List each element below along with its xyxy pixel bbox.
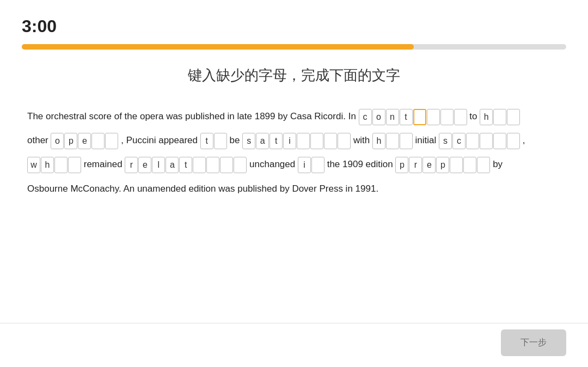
letter-e4[interactable]: e: [422, 157, 436, 173]
word-opera: o p e: [51, 133, 118, 149]
text-comma: ,: [523, 135, 525, 145]
letter-p2[interactable]: p: [395, 157, 408, 173]
letter-a[interactable]: a: [256, 133, 269, 149]
text-other: other: [27, 135, 51, 145]
progress-bar-fill: [22, 44, 414, 50]
word-which: w h: [27, 157, 81, 173]
letter-s[interactable]: s: [242, 133, 255, 149]
letter-n[interactable]: n: [386, 109, 399, 125]
letter-blank5[interactable]: [493, 109, 506, 125]
letter-blank10[interactable]: [297, 133, 310, 149]
text-to: to: [469, 111, 480, 121]
letter-blank24[interactable]: [220, 157, 233, 173]
word-relat: r e l a t: [125, 157, 247, 173]
word-to: t: [200, 133, 227, 149]
letter-a2[interactable]: a: [166, 157, 179, 173]
word-his2: h: [372, 133, 413, 149]
next-button[interactable]: 下一步: [501, 329, 566, 356]
progress-bar-background: [22, 44, 566, 50]
letter-blank21[interactable]: [68, 157, 81, 173]
letter-t[interactable]: t: [400, 109, 413, 125]
footer: 下一步: [501, 329, 566, 356]
letter-h1[interactable]: h: [480, 109, 493, 125]
letter-blank-active[interactable]: [413, 109, 426, 125]
letter-blank29[interactable]: [477, 157, 490, 173]
letter-c2[interactable]: c: [452, 133, 465, 149]
letter-e2[interactable]: e: [78, 133, 91, 149]
word-his: h: [480, 109, 520, 125]
word-score: s c: [439, 133, 520, 149]
text-be: be: [230, 135, 243, 145]
letter-blank15[interactable]: [400, 133, 413, 149]
letter-r2[interactable]: r: [409, 157, 422, 173]
letter-blank9[interactable]: [214, 133, 227, 149]
letter-t3[interactable]: t: [270, 133, 283, 149]
letter-r[interactable]: r: [125, 157, 138, 173]
timer-display: 3:00: [22, 16, 566, 36]
letter-s2[interactable]: s: [439, 133, 452, 149]
letter-blank13[interactable]: [338, 133, 351, 149]
letter-blank25[interactable]: [234, 157, 247, 173]
letter-blank27[interactable]: [450, 157, 463, 173]
letter-blank14[interactable]: [386, 133, 399, 149]
letter-i2[interactable]: i: [298, 157, 311, 173]
letter-c[interactable]: c: [359, 109, 372, 125]
letter-blank8[interactable]: [105, 133, 118, 149]
letter-h2[interactable]: h: [372, 133, 385, 149]
letter-t2[interactable]: t: [200, 133, 213, 149]
passage-text: The orchestral score of the opera was pu…: [22, 105, 566, 201]
letter-blank18[interactable]: [493, 133, 506, 149]
text-initial: initial: [415, 135, 439, 145]
letter-blank28[interactable]: [463, 157, 476, 173]
letter-o[interactable]: o: [372, 109, 385, 125]
letter-blank6[interactable]: [507, 109, 520, 125]
text-line4: Osbourne McConachy. An unamended edition…: [27, 184, 378, 194]
text-1909: the 1909 edition: [327, 159, 396, 169]
word-satisfied: s a t i: [242, 133, 351, 149]
text-remained: remained: [84, 159, 125, 169]
word-contrast: c o n t: [359, 109, 467, 125]
word-prep: p r e p: [395, 157, 490, 173]
text-unchanged: unchanged: [249, 159, 298, 169]
instruction-text: 键入缺少的字母，完成下面的文字: [22, 66, 566, 85]
text-puccini: , Puccini appeared: [121, 135, 200, 145]
letter-blank7[interactable]: [91, 133, 105, 149]
letter-blank19[interactable]: [507, 133, 520, 149]
letter-blank2[interactable]: [427, 109, 440, 125]
letter-blank16[interactable]: [466, 133, 479, 149]
letter-l[interactable]: l: [152, 157, 165, 173]
letter-h3[interactable]: h: [41, 157, 54, 173]
letter-p3[interactable]: p: [436, 157, 449, 173]
letter-i[interactable]: i: [283, 133, 296, 149]
letter-o2[interactable]: o: [51, 133, 64, 149]
letter-blank3[interactable]: [440, 109, 454, 125]
letter-e3[interactable]: e: [138, 157, 151, 173]
letter-w[interactable]: w: [27, 157, 40, 173]
letter-blank17[interactable]: [480, 133, 493, 149]
main-container: 3:00 键入缺少的字母，完成下面的文字 The orchestral scor…: [0, 0, 588, 201]
text-line1-before: The orchestral score of the opera was pu…: [27, 111, 359, 121]
letter-blank4[interactable]: [454, 109, 467, 125]
letter-t4[interactable]: t: [179, 157, 192, 173]
text-by: by: [493, 159, 503, 169]
letter-blank22[interactable]: [193, 157, 206, 173]
letter-blank23[interactable]: [206, 157, 219, 173]
letter-blank12[interactable]: [324, 133, 337, 149]
letter-blank11[interactable]: [310, 133, 323, 149]
word-in: i: [298, 157, 324, 173]
letter-p[interactable]: p: [64, 133, 77, 149]
letter-blank26[interactable]: [311, 157, 324, 173]
letter-blank20[interactable]: [54, 157, 68, 173]
text-with: with: [353, 135, 372, 145]
footer-divider: [0, 323, 588, 323]
